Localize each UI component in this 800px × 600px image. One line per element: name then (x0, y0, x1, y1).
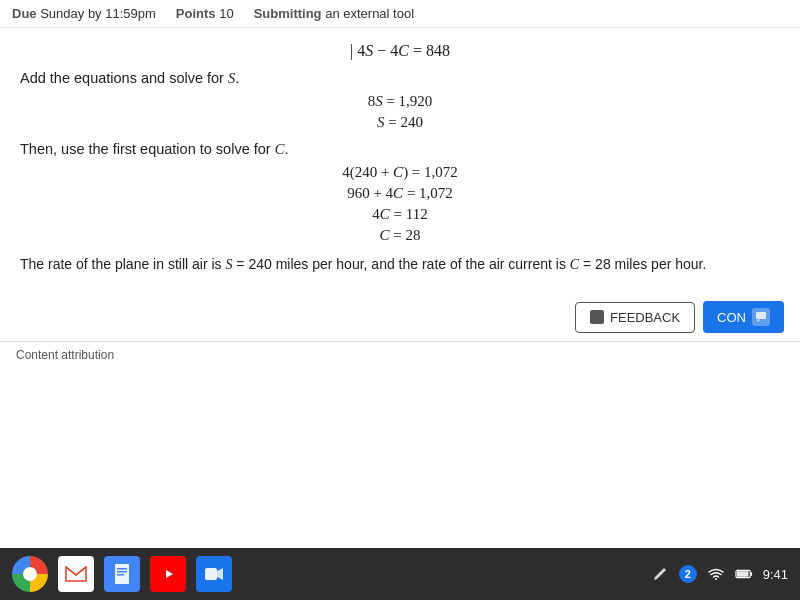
chrome-taskbar-icon[interactable] (12, 556, 48, 592)
eq2-line: 8S = 1,920 (20, 93, 780, 110)
svg-rect-4 (117, 571, 127, 573)
eq5-line: 960 + 4C = 1,072 (20, 185, 780, 202)
continue-button[interactable]: CON (703, 301, 784, 333)
continue-label: CON (717, 310, 746, 325)
summary-text: The rate of the plane in still air is S … (20, 254, 780, 275)
content-attribution: Content attribution (0, 341, 800, 368)
youtube-taskbar-icon[interactable] (150, 556, 186, 592)
main-content: | 4S − 4C = 848 Add the equations and so… (0, 28, 800, 293)
taskbar: 2 9:41 (0, 548, 800, 600)
equations-block-1: 8S = 1,920 S = 240 (20, 93, 780, 131)
pen-icon (651, 565, 669, 583)
feedback-label: FEEDBACK (610, 310, 680, 325)
svg-rect-0 (756, 312, 766, 319)
top-bar: Due Sunday by 11:59pm Points 10 Submitti… (0, 0, 800, 28)
instruction1: Add the equations and solve for S. (20, 70, 780, 87)
taskbar-right: 2 9:41 (651, 565, 788, 583)
svg-point-10 (715, 578, 717, 580)
wifi-icon (707, 565, 725, 583)
meet-taskbar-icon[interactable] (196, 556, 232, 592)
button-row: FEEDBACK CON (0, 293, 800, 341)
eq4-line: 4(240 + C) = 1,072 (20, 164, 780, 181)
submitting-label: Submitting an external tool (254, 6, 414, 21)
due-label: Due Sunday by 11:59pm (12, 6, 156, 21)
gmail-taskbar-icon[interactable] (58, 556, 94, 592)
clock: 9:41 (763, 567, 788, 582)
points-label: Points 10 (176, 6, 234, 21)
equations-block-2: 4(240 + C) = 1,072 960 + 4C = 1,072 4C =… (20, 164, 780, 244)
feedback-button[interactable]: FEEDBACK (575, 302, 695, 333)
eq6-line: 4C = 112 (20, 206, 780, 223)
svg-rect-8 (205, 568, 217, 580)
svg-rect-3 (117, 568, 127, 570)
instruction2: Then, use the first equation to solve fo… (20, 141, 780, 158)
chat-icon (752, 308, 770, 326)
battery-icon (735, 565, 753, 583)
docs-taskbar-icon[interactable] (104, 556, 140, 592)
taskbar-left (12, 556, 232, 592)
svg-rect-12 (750, 572, 752, 576)
feedback-icon (590, 310, 604, 324)
eq1-line: | 4S − 4C = 848 (20, 42, 780, 60)
notification-badge: 2 (679, 565, 697, 583)
svg-rect-13 (736, 571, 748, 576)
svg-rect-5 (117, 574, 124, 576)
eq7-line: C = 28 (20, 227, 780, 244)
svg-marker-9 (217, 568, 223, 580)
svg-marker-1 (757, 319, 760, 322)
eq3-line: S = 240 (20, 114, 780, 131)
